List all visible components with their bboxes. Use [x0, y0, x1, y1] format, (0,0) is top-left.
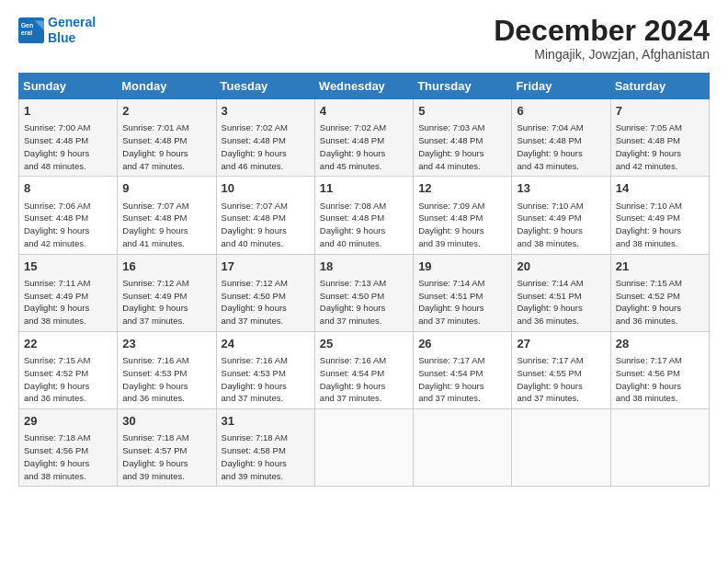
day-cell-30: 30Sunrise: 7:18 AM Sunset: 4:57 PM Dayli…: [118, 409, 216, 487]
day-cell-19: 19Sunrise: 7:14 AM Sunset: 4:51 PM Dayli…: [414, 254, 512, 331]
day-number: 17: [222, 259, 310, 275]
week-row-1: 1Sunrise: 7:00 AM Sunset: 4:48 PM Daylig…: [19, 99, 710, 177]
day-info: Sunrise: 7:06 AM Sunset: 4:48 PM Dayligh…: [24, 200, 112, 250]
logo-line1: General: [48, 15, 96, 29]
day-number: 23: [122, 336, 210, 352]
day-number: 9: [122, 180, 210, 197]
day-cell-20: 20Sunrise: 7:14 AM Sunset: 4:51 PM Dayli…: [512, 254, 610, 331]
day-number: 14: [616, 180, 704, 197]
day-number: 29: [24, 413, 112, 430]
day-cell-7: 7Sunrise: 7:05 AM Sunset: 4:48 PM Daylig…: [610, 99, 709, 177]
header-cell-wednesday: Wednesday: [314, 74, 413, 99]
day-number: 31: [222, 413, 310, 430]
day-info: Sunrise: 7:09 AM Sunset: 4:48 PM Dayligh…: [418, 200, 506, 250]
day-info: Sunrise: 7:07 AM Sunset: 4:48 PM Dayligh…: [222, 200, 310, 250]
day-cell-2: 2Sunrise: 7:01 AM Sunset: 4:48 PM Daylig…: [118, 99, 216, 177]
header-cell-sunday: Sunday: [19, 74, 118, 99]
day-cell-5: 5Sunrise: 7:03 AM Sunset: 4:48 PM Daylig…: [414, 99, 512, 177]
day-cell-24: 24Sunrise: 7:16 AM Sunset: 4:53 PM Dayli…: [216, 331, 314, 408]
day-cell-31: 31Sunrise: 7:18 AM Sunset: 4:58 PM Dayli…: [216, 409, 314, 487]
week-row-2: 8Sunrise: 7:06 AM Sunset: 4:48 PM Daylig…: [19, 177, 710, 254]
svg-text:Gen: Gen: [21, 22, 34, 29]
day-info: Sunrise: 7:15 AM Sunset: 4:52 PM Dayligh…: [616, 277, 704, 327]
week-row-5: 29Sunrise: 7:18 AM Sunset: 4:56 PM Dayli…: [19, 409, 710, 487]
day-number: 3: [222, 103, 310, 120]
location: Mingajik, Jowzjan, Afghanistan: [494, 47, 710, 62]
day-info: Sunrise: 7:18 AM Sunset: 4:56 PM Dayligh…: [24, 431, 112, 482]
day-number: 11: [320, 180, 408, 197]
logo-text: General Blue: [48, 15, 96, 46]
header-row: SundayMondayTuesdayWednesdayThursdayFrid…: [19, 74, 710, 99]
day-number: 13: [517, 180, 605, 197]
day-number: 18: [320, 259, 408, 275]
day-cell-17: 17Sunrise: 7:12 AM Sunset: 4:50 PM Dayli…: [216, 254, 314, 331]
day-number: 22: [24, 336, 112, 352]
week-row-4: 22Sunrise: 7:15 AM Sunset: 4:52 PM Dayli…: [19, 331, 710, 408]
day-cell-26: 26Sunrise: 7:17 AM Sunset: 4:54 PM Dayli…: [414, 331, 512, 408]
day-number: 26: [418, 336, 506, 352]
day-number: 25: [320, 336, 408, 352]
day-number: 1: [24, 103, 112, 120]
page-header: Gen eral General Blue December 2024 Ming…: [18, 15, 710, 62]
svg-text:eral: eral: [21, 29, 33, 36]
day-cell-29: 29Sunrise: 7:18 AM Sunset: 4:56 PM Dayli…: [19, 409, 118, 487]
day-number: 10: [222, 180, 310, 197]
logo-icon: Gen eral: [18, 17, 44, 43]
day-cell-13: 13Sunrise: 7:10 AM Sunset: 4:49 PM Dayli…: [512, 177, 610, 254]
header-cell-friday: Friday: [512, 74, 610, 99]
day-info: Sunrise: 7:13 AM Sunset: 4:50 PM Dayligh…: [320, 277, 408, 327]
title-block: December 2024 Mingajik, Jowzjan, Afghani…: [494, 15, 710, 62]
day-cell-16: 16Sunrise: 7:12 AM Sunset: 4:49 PM Dayli…: [118, 254, 216, 331]
empty-cell: [314, 409, 413, 487]
day-info: Sunrise: 7:15 AM Sunset: 4:52 PM Dayligh…: [24, 354, 112, 405]
day-cell-28: 28Sunrise: 7:17 AM Sunset: 4:56 PM Dayli…: [610, 331, 709, 408]
header-cell-saturday: Saturday: [610, 74, 709, 99]
day-info: Sunrise: 7:12 AM Sunset: 4:49 PM Dayligh…: [122, 277, 210, 327]
day-number: 30: [122, 413, 210, 430]
logo-line2: Blue: [48, 30, 75, 45]
empty-cell: [610, 409, 709, 487]
month-title: December 2024: [494, 15, 710, 47]
day-number: 24: [222, 336, 310, 352]
day-number: 12: [418, 180, 506, 197]
day-info: Sunrise: 7:17 AM Sunset: 4:56 PM Dayligh…: [616, 354, 704, 405]
day-info: Sunrise: 7:10 AM Sunset: 4:49 PM Dayligh…: [616, 200, 704, 250]
day-info: Sunrise: 7:17 AM Sunset: 4:55 PM Dayligh…: [517, 354, 605, 405]
header-cell-thursday: Thursday: [414, 74, 512, 99]
header-cell-monday: Monday: [118, 74, 216, 99]
day-number: 27: [517, 336, 605, 352]
day-cell-10: 10Sunrise: 7:07 AM Sunset: 4:48 PM Dayli…: [216, 177, 314, 254]
day-cell-14: 14Sunrise: 7:10 AM Sunset: 4:49 PM Dayli…: [610, 177, 709, 254]
day-info: Sunrise: 7:04 AM Sunset: 4:48 PM Dayligh…: [517, 121, 605, 172]
day-info: Sunrise: 7:14 AM Sunset: 4:51 PM Dayligh…: [418, 277, 506, 327]
day-cell-4: 4Sunrise: 7:02 AM Sunset: 4:48 PM Daylig…: [314, 99, 413, 177]
day-cell-1: 1Sunrise: 7:00 AM Sunset: 4:48 PM Daylig…: [19, 99, 118, 177]
calendar-table: SundayMondayTuesdayWednesdayThursdayFrid…: [18, 73, 710, 487]
day-number: 5: [418, 103, 506, 120]
day-number: 4: [320, 103, 408, 120]
day-number: 2: [122, 103, 210, 120]
day-info: Sunrise: 7:01 AM Sunset: 4:48 PM Dayligh…: [122, 121, 210, 172]
day-number: 16: [122, 259, 210, 275]
day-number: 28: [616, 336, 704, 352]
day-cell-18: 18Sunrise: 7:13 AM Sunset: 4:50 PM Dayli…: [314, 254, 413, 331]
day-info: Sunrise: 7:00 AM Sunset: 4:48 PM Dayligh…: [24, 121, 112, 172]
day-info: Sunrise: 7:14 AM Sunset: 4:51 PM Dayligh…: [517, 277, 605, 327]
day-info: Sunrise: 7:03 AM Sunset: 4:48 PM Dayligh…: [418, 121, 506, 172]
week-row-3: 15Sunrise: 7:11 AM Sunset: 4:49 PM Dayli…: [19, 254, 710, 331]
calendar-page: Gen eral General Blue December 2024 Ming…: [0, 0, 728, 496]
day-info: Sunrise: 7:16 AM Sunset: 4:53 PM Dayligh…: [122, 354, 210, 405]
day-cell-25: 25Sunrise: 7:16 AM Sunset: 4:54 PM Dayli…: [314, 331, 413, 408]
day-cell-9: 9Sunrise: 7:07 AM Sunset: 4:48 PM Daylig…: [118, 177, 216, 254]
day-info: Sunrise: 7:05 AM Sunset: 4:48 PM Dayligh…: [616, 121, 704, 172]
day-info: Sunrise: 7:18 AM Sunset: 4:57 PM Dayligh…: [122, 431, 210, 482]
day-info: Sunrise: 7:07 AM Sunset: 4:48 PM Dayligh…: [122, 200, 210, 250]
empty-cell: [414, 409, 512, 487]
day-number: 8: [24, 180, 112, 197]
day-number: 6: [517, 103, 605, 120]
day-info: Sunrise: 7:18 AM Sunset: 4:58 PM Dayligh…: [222, 431, 310, 482]
day-number: 15: [24, 259, 112, 275]
header-cell-tuesday: Tuesday: [216, 74, 314, 99]
day-cell-3: 3Sunrise: 7:02 AM Sunset: 4:48 PM Daylig…: [216, 99, 314, 177]
calendar-body: 1Sunrise: 7:00 AM Sunset: 4:48 PM Daylig…: [19, 99, 710, 487]
